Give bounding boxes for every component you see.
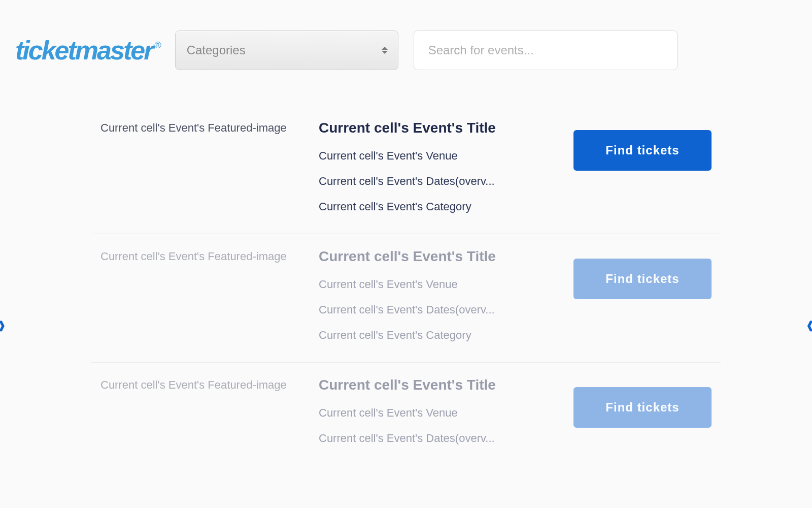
event-title: Current cell's Event's Title	[319, 248, 564, 265]
event-info: Current cell's Event's Title Current cel…	[319, 120, 564, 213]
event-row: Current cell's Event's Featured-image Cu…	[91, 106, 721, 234]
chevron-down-icon	[382, 51, 388, 54]
events-list: Current cell's Event's Featured-image Cu…	[91, 106, 721, 465]
logo-text: ticketmaster	[15, 35, 152, 66]
event-info: Current cell's Event's Title Current cel…	[319, 377, 564, 445]
categories-dropdown[interactable]: Categories	[175, 30, 398, 70]
ticketmaster-logo: ticketmaster ®	[15, 35, 160, 66]
event-action: Find tickets	[569, 377, 712, 445]
editor-left-handle-icon: ❱	[0, 319, 6, 331]
event-category: Current cell's Event's Category	[319, 329, 564, 342]
logo-registered-mark: ®	[154, 40, 159, 51]
search-input[interactable]	[414, 30, 678, 70]
event-title: Current cell's Event's Title	[319, 120, 564, 136]
chevron-up-icon	[382, 47, 388, 50]
event-venue: Current cell's Event's Venue	[319, 406, 564, 420]
event-dates: Current cell's Event's Dates(overv...	[319, 303, 564, 316]
event-row: Current cell's Event's Featured-image Cu…	[91, 363, 721, 465]
event-featured-image-placeholder: Current cell's Event's Featured-image	[100, 377, 314, 445]
event-featured-image-placeholder: Current cell's Event's Featured-image	[100, 248, 314, 342]
dropdown-arrows-icon	[382, 47, 388, 54]
find-tickets-button[interactable]: Find tickets	[573, 130, 712, 171]
editor-right-handle-icon: ❰	[806, 319, 812, 331]
event-dates: Current cell's Event's Dates(overv...	[319, 175, 564, 188]
event-venue: Current cell's Event's Venue	[319, 149, 564, 163]
categories-label: Categories	[187, 43, 246, 57]
event-category: Current cell's Event's Category	[319, 200, 564, 213]
find-tickets-button[interactable]: Find tickets	[573, 387, 712, 428]
event-title: Current cell's Event's Title	[319, 377, 564, 393]
header-bar: ticketmaster ® Categories	[0, 0, 812, 90]
event-row: Current cell's Event's Featured-image Cu…	[91, 234, 721, 363]
event-action: Find tickets	[569, 248, 712, 342]
event-venue: Current cell's Event's Venue	[319, 278, 564, 291]
find-tickets-button[interactable]: Find tickets	[573, 259, 712, 299]
event-featured-image-placeholder: Current cell's Event's Featured-image	[100, 120, 314, 213]
event-dates: Current cell's Event's Dates(overv...	[319, 432, 564, 445]
event-action: Find tickets	[569, 120, 712, 213]
event-info: Current cell's Event's Title Current cel…	[319, 248, 564, 342]
